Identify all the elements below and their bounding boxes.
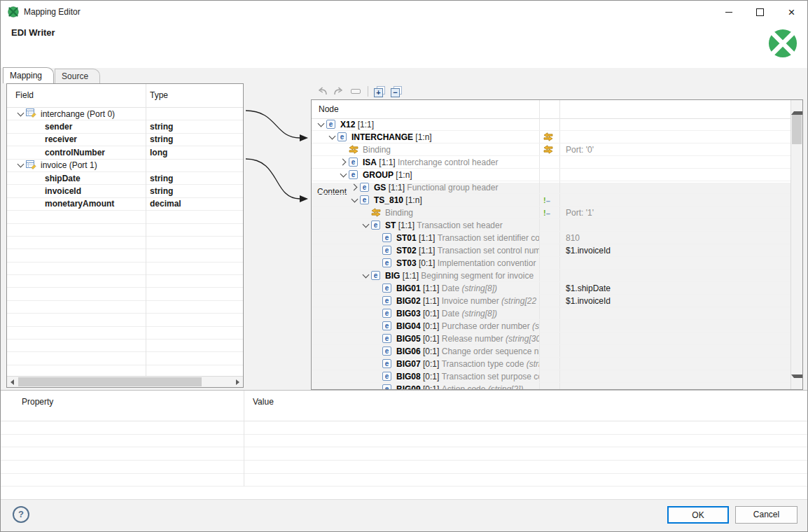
field-row[interactable]: senderstring bbox=[7, 120, 243, 133]
node-name: GS bbox=[374, 183, 386, 192]
field-row[interactable]: monetaryAmountdecimal bbox=[7, 198, 243, 211]
content-cell: $1.invoiceId bbox=[560, 296, 790, 306]
node-name: ISA bbox=[363, 158, 377, 167]
tree-node-cell: eBIG [1:1] Beginning segment for invoice bbox=[312, 270, 540, 281]
tree-row[interactable]: eBIG [1:1] Beginning segment for invoice bbox=[312, 270, 790, 282]
node-name: ST bbox=[385, 220, 396, 230]
field-row[interactable]: shipDatestring bbox=[7, 172, 243, 185]
scroll-left-icon[interactable] bbox=[7, 377, 18, 387]
node-name: Binding bbox=[363, 145, 391, 155]
tree-row[interactable]: Binding!--Port: '1' bbox=[312, 206, 790, 219]
window-title: Mapping Editor bbox=[24, 7, 81, 17]
scrollbar-thumb[interactable] bbox=[792, 115, 802, 144]
scroll-up-icon[interactable] bbox=[791, 100, 802, 111]
binding-arrows-icon bbox=[371, 208, 381, 217]
edi-structure-tree: Node Content eX12 [1:1]eINTERCHANGE [1:n… bbox=[311, 99, 803, 390]
chevron-right-icon[interactable] bbox=[337, 160, 349, 164]
node-description: Change order sequence nu bbox=[439, 346, 540, 356]
tree-row[interactable]: eBIG06 [0:1] Change order sequence nu bbox=[312, 345, 790, 358]
tree-row[interactable]: eST02 [1:1] Transaction set control num$… bbox=[312, 244, 790, 257]
binding-badge-cell bbox=[540, 358, 560, 370]
chevron-down-icon[interactable] bbox=[337, 174, 349, 176]
collapse-all-icon[interactable]: − bbox=[391, 86, 402, 97]
tree-row[interactable]: eINTERCHANGE [1:n] bbox=[312, 131, 790, 144]
field-row[interactable]: controlNumberlong bbox=[7, 146, 243, 159]
chevron-down-icon[interactable] bbox=[15, 113, 26, 115]
field-row[interactable]: invoice (Port 1) bbox=[7, 160, 243, 172]
map-arrow-right-icon[interactable] bbox=[333, 86, 345, 97]
tree-row[interactable]: eST03 [0:1] Implementation conventior bbox=[312, 257, 790, 270]
element-icon: e bbox=[382, 372, 391, 381]
field-row[interactable]: invoiceIdstring bbox=[7, 185, 243, 197]
tree-row[interactable]: eBIG05 [0:1] Release number (string[30 bbox=[312, 332, 790, 345]
chevron-right-icon[interactable] bbox=[349, 185, 360, 190]
binding-badge-cell: !-- bbox=[540, 194, 560, 206]
tree-node-cell: eST [1:1] Transaction set header bbox=[312, 219, 540, 231]
scroll-right-icon[interactable] bbox=[232, 377, 243, 387]
binding-badge-cell bbox=[540, 282, 560, 294]
node-description: Transaction set header bbox=[415, 220, 503, 230]
minimize-button[interactable] bbox=[713, 1, 744, 23]
chevron-down-icon[interactable] bbox=[315, 123, 326, 126]
tree-row[interactable]: eTS_810 [1:n]!-- bbox=[312, 194, 790, 206]
tree-row[interactable]: eST01 [1:1] Transaction set identifier c… bbox=[312, 232, 790, 244]
field-row[interactable]: interchange (Port 0) bbox=[7, 108, 243, 120]
scroll-down-icon[interactable] bbox=[791, 378, 802, 389]
element-icon: e bbox=[360, 183, 369, 192]
cancel-button[interactable]: Cancel bbox=[735, 506, 797, 524]
node-name: BIG08 bbox=[396, 372, 421, 382]
remove-mapping-icon[interactable] bbox=[351, 89, 361, 94]
element-icon: e bbox=[382, 321, 391, 330]
ok-button[interactable]: OK bbox=[667, 506, 729, 524]
expand-all-icon[interactable]: + bbox=[374, 86, 385, 97]
tree-row[interactable]: eBIG04 [0:1] Purchase order number (st bbox=[312, 320, 790, 332]
binding-badge-cell bbox=[540, 345, 560, 357]
scrollbar-thumb[interactable] bbox=[18, 377, 202, 386]
properties-rows bbox=[1, 421, 807, 486]
node-cardinality: [1:1] bbox=[400, 271, 419, 281]
help-button[interactable]: ? bbox=[13, 506, 29, 523]
field-type: string bbox=[150, 186, 173, 196]
node-description: Release number bbox=[439, 334, 503, 344]
tree-row[interactable]: eBIG02 [1:1] Invoice number (string[22$1… bbox=[312, 295, 790, 307]
element-icon: e bbox=[349, 158, 358, 167]
chevron-down-icon[interactable] bbox=[349, 199, 360, 202]
tree-row[interactable]: eBIG09 [0:1] Action code (string[2]) bbox=[312, 383, 790, 389]
node-description: Functional group header bbox=[405, 183, 498, 192]
fields-panel: Field Type interchange (Port 0)senderstr… bbox=[6, 83, 244, 388]
record-node: interchange (Port 0) bbox=[15, 108, 115, 120]
fields-horizontal-scrollbar[interactable] bbox=[7, 376, 243, 387]
tree-row[interactable]: eBIG08 [0:1] Transaction set purpose cc bbox=[312, 370, 790, 383]
binding-arrows-icon bbox=[349, 145, 358, 154]
content-value: $1.invoiceId bbox=[566, 296, 611, 306]
tree-row[interactable]: eST [1:1] Transaction set header bbox=[312, 219, 790, 232]
chevron-down-icon[interactable] bbox=[360, 274, 371, 277]
column-header-value: Value bbox=[253, 397, 274, 407]
map-arrow-left-icon[interactable] bbox=[316, 86, 328, 97]
content-value: 810 bbox=[566, 233, 580, 243]
tree-row[interactable]: eBIG07 [0:1] Transaction type code (stri bbox=[312, 358, 790, 370]
chevron-down-icon[interactable] bbox=[15, 164, 26, 167]
tree-row[interactable]: eX12 [1:1] bbox=[312, 118, 790, 131]
node-name: BIG01 bbox=[396, 284, 421, 293]
node-cardinality: [1:1] bbox=[396, 220, 415, 230]
tree-row[interactable]: BindingPort: '0' bbox=[312, 144, 790, 156]
tree-row[interactable]: eGS [1:1] Functional group header bbox=[312, 181, 790, 194]
tree-node-cell: eBIG03 [0:1] Date (string[8]) bbox=[312, 307, 540, 319]
field-row[interactable]: receiverstring bbox=[7, 134, 243, 146]
tab-mapping[interactable]: Mapping bbox=[3, 67, 54, 83]
tree-row[interactable]: eBIG01 [1:1] Date (string[8])$1.shipDate bbox=[312, 282, 790, 295]
tree-row[interactable]: eGROUP [1:n] bbox=[312, 169, 790, 181]
tab-source[interactable]: Source bbox=[55, 69, 100, 83]
clover-logo bbox=[768, 29, 797, 58]
chevron-down-icon[interactable] bbox=[326, 136, 337, 139]
tree-vertical-scrollbar[interactable] bbox=[790, 100, 802, 389]
chevron-down-icon[interactable] bbox=[360, 224, 371, 227]
empty-row bbox=[7, 301, 243, 314]
properties-panel: Property Value bbox=[1, 390, 807, 499]
maximize-button[interactable] bbox=[744, 1, 776, 23]
element-icon: e bbox=[382, 246, 391, 255]
close-button[interactable]: × bbox=[776, 1, 807, 23]
tree-row[interactable]: eISA [1:1] Interchange control header bbox=[312, 156, 790, 169]
tree-row[interactable]: eBIG03 [0:1] Date (string[8]) bbox=[312, 307, 790, 320]
